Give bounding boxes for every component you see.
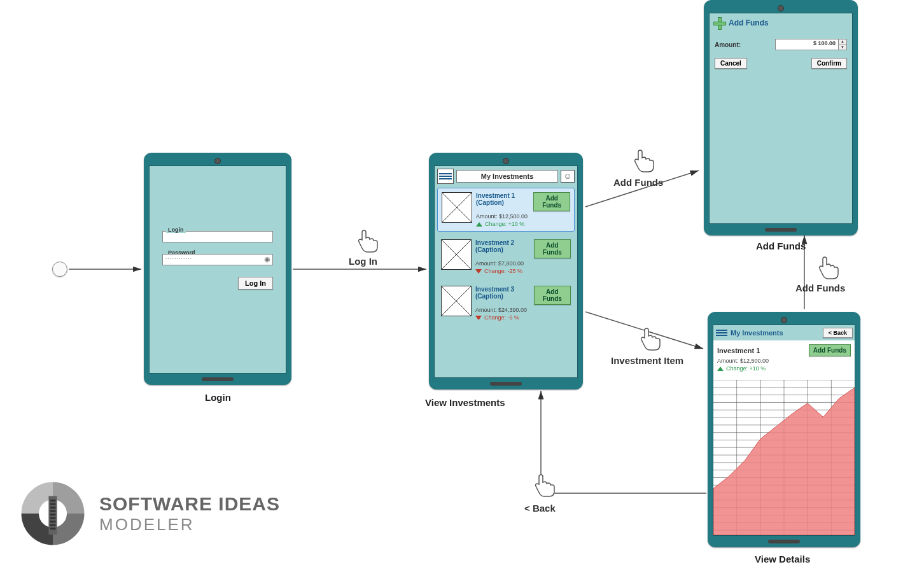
investments-screen: My Investments ☺ Investment 1 (Caption)A… [434,165,578,378]
cancel-button[interactable]: Cancel [715,58,747,69]
image-placeholder-icon [441,239,472,270]
hamburger-icon[interactable] [437,169,454,184]
login-screen: Login Password ············ ◉ Log In [149,165,286,374]
add-funds-button[interactable]: Add Funds [534,286,571,305]
connector-label-addfunds2: Add Funds [795,283,845,293]
pointer-icon [631,146,655,174]
pointer-icon [638,325,662,353]
diagram-canvas: Login Password ············ ◉ Log In Log… [0,0,924,588]
connector-label-investment: Investment Item [611,355,683,366]
investment-amount: Amount: $7,800.00 [475,260,571,267]
device-add-funds[interactable]: Add Funds Amount: $ 100.00 ▲ ▼ Cancel Co… [704,0,858,235]
login-field-label: Login [166,227,186,233]
investment-change: Change: -25 % [475,268,571,274]
device-login[interactable]: Login Password ············ ◉ Log In [144,153,291,385]
svg-rect-46 [50,528,56,529]
password-input[interactable]: ············ ◉ [162,254,273,265]
svg-rect-45 [50,524,56,526]
eye-icon[interactable]: ◉ [264,255,270,263]
pointer-icon [816,253,840,281]
connector-label-back: < Back [524,503,556,514]
amount-stepper[interactable]: ▲ ▼ [839,39,847,50]
home-indicator [768,540,800,543]
home-indicator [490,382,522,386]
svg-rect-44 [50,521,56,522]
details-change: Change: +10 % [713,364,855,375]
investment-change: Change: -5 % [475,314,571,321]
login-button[interactable]: Log In [238,277,273,290]
details-screen: My Investments < Back Investment 1 Add F… [713,325,855,536]
device-details[interactable]: My Investments < Back Investment 1 Add F… [708,312,860,547]
add-funds-node-label: Add Funds [756,241,806,251]
brand-line1: SOFTWARE IDEAS [99,493,280,515]
details-item-title: Investment 1 [717,347,760,354]
svg-rect-38 [50,500,56,501]
login-node-label: Login [205,392,231,403]
investments-node-label: View Investments [425,397,505,408]
add-funds-button[interactable]: Add Funds [533,192,570,211]
investment-item[interactable]: Investment 1 (Caption)Add FundsAmount: $… [437,188,575,232]
camera-icon [781,317,787,323]
camera-icon [503,158,509,164]
investment-amount: Amount: $12,500.00 [476,213,570,220]
brand-logo: SOFTWARE IDEAS MODELER [18,479,280,549]
investment-item[interactable]: Investment 3 (Caption)Add FundsAmount: $… [437,282,575,325]
device-investments[interactable]: My Investments ☺ Investment 1 (Caption)A… [429,153,583,389]
camera-icon [214,158,221,164]
connector-label-login: Log In [349,256,377,267]
image-placeholder-icon [441,286,472,316]
investment-change: Change: +10 % [476,221,570,227]
confirm-button[interactable]: Confirm [811,58,847,69]
back-button[interactable]: < Back [823,328,853,338]
svg-rect-42 [50,514,56,515]
svg-rect-43 [50,517,56,519]
connector-label-addfunds: Add Funds [613,177,663,188]
add-funds-title: Add Funds [729,18,769,27]
user-icon[interactable]: ☺ [561,170,575,183]
amount-label: Amount: [715,41,741,48]
start-node[interactable] [52,262,67,277]
investment-caption: Investment 2 (Caption) [475,239,534,253]
investment-item[interactable]: Investment 2 (Caption)Add FundsAmount: $… [437,235,575,278]
investment-caption: Investment 3 (Caption) [475,286,534,300]
svg-line-2 [585,171,699,207]
camera-icon [778,5,784,11]
pointer-icon [355,227,379,255]
image-placeholder-icon [442,192,472,223]
details-node-label: View Details [755,554,810,564]
add-funds-button[interactable]: Add Funds [809,344,851,356]
details-chart [713,380,855,535]
add-funds-button[interactable]: Add Funds [534,239,571,258]
home-indicator [765,228,797,232]
hamburger-icon[interactable] [715,327,728,339]
investments-title: My Investments [456,170,558,183]
svg-rect-41 [50,510,56,512]
home-indicator [202,377,234,381]
investment-caption: Investment 1 (Caption) [476,192,533,206]
brand-line2: MODELER [99,515,280,535]
add-funds-screen: Add Funds Amount: $ 100.00 ▲ ▼ Cancel Co… [709,13,853,224]
amount-input[interactable]: $ 100.00 [775,39,839,50]
svg-rect-39 [50,503,56,505]
details-header-title: My Investments [731,329,820,337]
details-amount: Amount: $12,500.00 [713,358,855,364]
plus-icon [713,17,725,29]
svg-rect-40 [50,507,56,508]
investment-amount: Amount: $24,390.00 [475,307,571,313]
pointer-icon [532,471,556,499]
